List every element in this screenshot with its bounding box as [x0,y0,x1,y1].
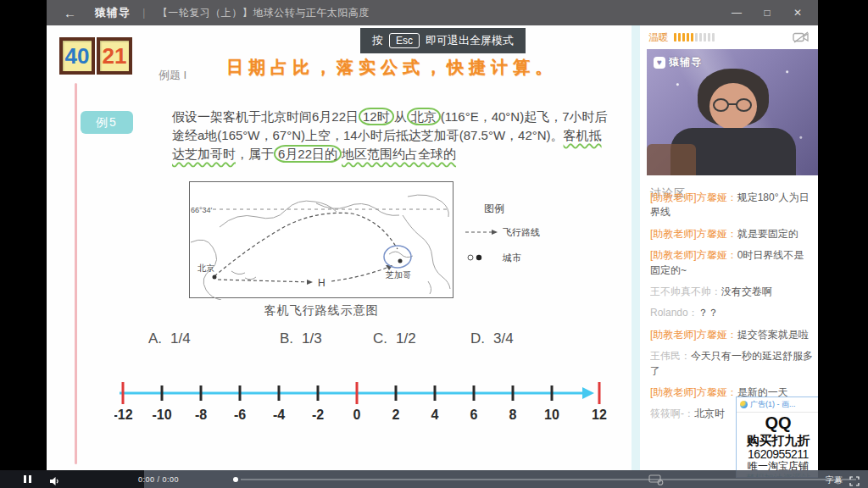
number-line-arrowhead [582,387,594,399]
chat-message: 王不帅真不帅：没有交卷啊 [650,285,814,299]
svg-text:-4: -4 [273,408,285,422]
beijing-label: 北京 [198,263,214,273]
subtitle-button[interactable]: 字幕 [826,474,843,486]
ad-body[interactable]: QQ 购买打九折 1620955211 唯一淘宝店铺 梦想加油资源站 [737,413,820,478]
progress-scrubber[interactable] [233,477,238,482]
legend-route-arrow [492,230,498,235]
legend-city-label: 城市 [502,252,521,263]
option-b: B.1/3 [280,330,322,347]
option-c: C.1/2 [373,330,416,347]
chat-message: [助教老师]方馨娅：提交答案就是啦 [650,328,814,342]
score-counter: 40 21 [59,37,132,75]
page-edge-line [75,83,77,464]
app-window: ← 猿辅导 ｜ 【一轮复习（上）】地球公转与正午太阳高度 — □ ✕ 40 21… [47,0,818,470]
board-edge-strip [632,25,640,470]
svg-text:-10: -10 [152,408,171,422]
app-name: 猿辅导 [95,5,131,20]
whiteboard: 40 21 例题 I 日期占比，落实公式，快捷计算。 例5 假设一架客机于北京时… [47,25,640,470]
close-button[interactable]: ✕ [782,7,813,19]
chicago-label: 芝加哥 [385,270,411,280]
section-label: 例题 I [159,68,186,83]
window-titlebar: ← 猿辅导 ｜ 【一轮复习（上）】地球公转与正午太阳高度 — □ ✕ [47,0,818,25]
watermark-text: 猿辅导 [669,55,702,69]
question-segment: ，属于 [236,147,274,161]
lesson-headline: 日期占比，落实公式，快捷计算。 [226,56,633,79]
pause-button[interactable] [24,475,31,483]
legend-city-dot-open [468,255,473,260]
letterbox-right [818,0,868,488]
ad-popup[interactable]: 广告(1) - 画... QQ 购买打九折 1620955211 唯一淘宝店铺 … [736,396,821,478]
legend-title: 图例 [484,202,504,214]
warmth-label: 温暖 [648,30,669,45]
question-segment-underlined: 地区范围约占全球的 [342,147,456,161]
chat-message: 王伟民：今天只有一秒的延迟舒服多了 [650,349,814,379]
camera-off-icon[interactable] [793,31,810,43]
tick-labels: -12 -10 -8 -6 -4 -2 0 2 4 6 8 10 [114,408,607,422]
option-a: A.1/4 [148,330,191,347]
timezone-number-line: -12 -10 -8 -6 -4 -2 0 2 4 6 8 10 [114,374,623,427]
chat-message: [助教老师]方馨娅：0时日界线不是固定的~ [650,248,814,278]
time-display: 0:00 / 0:00 [138,475,179,484]
warmth-meter [674,33,715,42]
map-caption: 客机飞行路线示意图 [189,303,453,319]
ad-popup-header[interactable]: 广告(1) - 画... [737,397,820,413]
svg-text:4: 4 [431,408,439,422]
score-right: 21 [97,37,132,75]
h-label: H [318,277,326,289]
ad-app-icon [740,401,748,408]
question-segment-circled: 12时 [359,108,394,125]
svg-text:8: 8 [509,408,517,422]
legend-route-label: 飞行路线 [503,227,540,237]
score-left: 40 [59,37,95,75]
maximize-button[interactable]: □ [752,7,782,19]
question-segment-circled: 6月22日的 [274,145,342,163]
chicago-dot [398,259,403,263]
flight-route-map: 66°34′ 北京 H 芝加哥 [189,181,541,319]
watermark: ♥ 猿辅导 [654,55,702,69]
svg-text:0: 0 [353,408,361,422]
latitude-label: 66°34′ [191,206,213,214]
teacher-video: ♥ 猿辅导 [647,49,818,175]
svg-text:12: 12 [592,408,607,422]
message-box-icon[interactable] [648,474,664,488]
video-player-stage: ← 猿辅导 ｜ 【一轮复习（上）】地球公转与正午太阳高度 — □ ✕ 40 21… [0,0,868,488]
sidebar-header: 温暖 [640,25,818,49]
svg-text:-2: -2 [312,408,324,422]
chat-message: [助教老师]方馨娅：就是要固定的 [650,227,814,241]
question-text: 假设一架客机于北京时间6月22日12时从北京(116°E，40°N)起飞，7小时… [172,108,609,163]
chat-message: [助教老师]方馨娅：规定180°人为日界线 [650,191,814,220]
example-badge: 例5 [81,111,133,134]
svg-text:-12: -12 [114,408,133,422]
letterbox-left [0,0,47,488]
titlebar-separator: ｜ [139,6,149,20]
question-segment: 假设一架客机于北京时间6月22日 [172,109,359,124]
svg-text:-8: -8 [195,408,207,422]
yuanfudao-logo-icon: ♥ [654,57,665,69]
back-arrow-icon[interactable]: ← [64,6,76,20]
option-d: D.3/4 [470,330,514,347]
chat-message: Rolando：？？ [650,306,814,320]
svg-text:2: 2 [392,408,400,422]
progress-track[interactable] [241,479,856,480]
lesson-title: 【一轮复习（上）】地球公转与正午太阳高度 [158,6,370,20]
beijing-dot [213,275,217,280]
answer-options: A.1/4 B.1/3 C.1/2 D.3/4 [148,330,623,351]
svg-text:6: 6 [470,408,478,422]
esc-key-badge: Esc [389,33,420,48]
svg-text:-6: -6 [234,408,246,422]
svg-text:10: 10 [544,408,559,422]
expand-icon[interactable] [849,474,860,488]
player-control-bar: 0:00 / 0:00 字幕 [0,470,868,488]
esc-fullscreen-toast: 按 Esc 即可退出全屏模式 [360,28,526,53]
legend-city-dot-filled [476,255,481,260]
question-segment-circled: 北京 [407,108,441,125]
question-segment: 从 [394,109,407,124]
minimize-button[interactable]: — [721,7,752,19]
volume-icon[interactable] [49,474,59,488]
